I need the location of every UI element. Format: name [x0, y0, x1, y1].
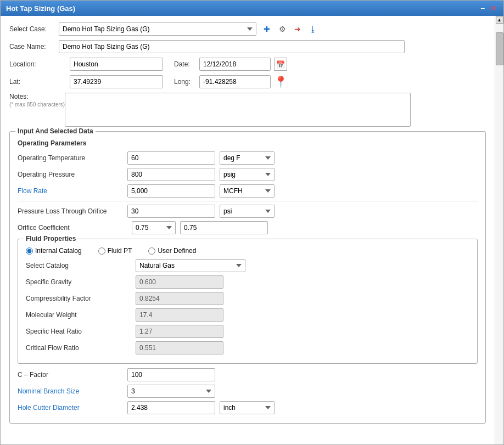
c-factor-row: C – Factor — [18, 368, 478, 381]
select-case-row: Select Case: Demo Hot Tap Sizing Gas (G)… — [9, 22, 486, 36]
notes-label: Notes: — [9, 93, 65, 100]
hole-cutter-input[interactable] — [127, 401, 215, 414]
location-input[interactable] — [70, 58, 163, 71]
fluid-props-section: Fluid Properties Internal Catalog Fluid … — [18, 239, 478, 364]
long-label: Long: — [174, 78, 196, 86]
title-bar: Hot Tap Sizing (Gas) − ✕ — [1, 1, 503, 16]
op-temp-label: Operating Temperature — [18, 154, 127, 162]
flow-rate-label: Flow Rate — [18, 187, 127, 195]
date-row: Date: 📅 — [174, 58, 287, 71]
radio-internal-label: Internal Catalog — [35, 247, 82, 255]
input-data-title: Input And Selected Data — [15, 127, 96, 135]
radio-fluid-pt-label: Fluid PT — [108, 247, 132, 255]
critical-flow-row: Critical Flow Ratio — [26, 341, 469, 354]
op-pressure-row: Operating Pressure psig psia bar — [18, 168, 478, 181]
nominal-branch-label: Nominal Branch Size — [18, 387, 127, 395]
share-icon[interactable]: ➜ — [292, 23, 304, 35]
lat-input[interactable] — [70, 75, 163, 88]
op-temp-input[interactable] — [127, 151, 215, 165]
case-name-label: Case Name: — [9, 43, 59, 50]
radio-user-defined[interactable]: User Defined — [148, 247, 196, 255]
specific-gravity-row: Specific Gravity — [26, 275, 469, 289]
flow-rate-row: Flow Rate MCFH SCFM MMSCFD — [18, 184, 478, 198]
mol-weight-label: Molecular Weight — [26, 311, 136, 319]
scrollbar[interactable]: ▲ — [495, 16, 503, 444]
flow-rate-unit-select[interactable]: MCFH SCFM MMSCFD — [220, 184, 275, 198]
catalog-select[interactable]: Natural Gas Air Nitrogen — [136, 259, 245, 272]
radio-internal-input[interactable] — [26, 247, 33, 255]
lat-label: Lat: — [9, 78, 59, 86]
c-factor-input[interactable] — [127, 368, 215, 381]
orifice-coeff-input[interactable] — [180, 221, 268, 234]
pressure-loss-label: Pressure Loss Through Orifice — [18, 207, 127, 215]
main-window: Hot Tap Sizing (Gas) − ✕ Select Case: De… — [0, 0, 504, 445]
case-select[interactable]: Demo Hot Tap Sizing Gas (G) — [59, 22, 256, 36]
location-date-row: Location: Date: 📅 — [9, 58, 486, 71]
select-catalog-label: Select Catalog — [26, 262, 136, 269]
title-controls: − ✕ — [478, 4, 498, 12]
compressibility-label: Compressibility Factor — [26, 295, 136, 302]
map-pin-icon[interactable]: 📍 — [274, 75, 288, 88]
op-pressure-unit-select[interactable]: psig psia bar — [220, 168, 275, 181]
notes-row: Notes: (* max 850 characters) — [9, 93, 486, 127]
radio-row: Internal Catalog Fluid PT User Defined — [26, 247, 469, 255]
calendar-icon[interactable]: 📅 — [274, 58, 287, 71]
date-input[interactable] — [199, 58, 271, 71]
c-factor-label: C – Factor — [18, 371, 127, 379]
scrollbar-thumb[interactable] — [496, 32, 503, 65]
op-temp-unit-select[interactable]: deg F deg C K — [220, 151, 275, 165]
operating-params-title: Operating Parameters — [18, 139, 478, 147]
orifice-coeff-select[interactable]: 0.75 0.80 0.85 — [132, 221, 176, 234]
minimize-button[interactable]: − — [478, 4, 487, 12]
orifice-coeff-row: Orifice Coefficient 0.75 0.80 0.85 — [18, 221, 478, 234]
specific-heat-label: Specific Heat Ratio — [26, 328, 136, 335]
nominal-branch-row: Nominal Branch Size 3 2 4 6 — [18, 385, 478, 398]
select-catalog-row: Select Catalog Natural Gas Air Nitrogen — [26, 259, 469, 272]
case-name-row: Case Name: — [9, 40, 486, 53]
hole-cutter-unit-select[interactable]: inch mm — [220, 401, 275, 414]
date-label: Date: — [174, 60, 196, 68]
case-name-input[interactable] — [59, 40, 405, 53]
pressure-loss-unit-select[interactable]: psi kPa — [220, 205, 275, 218]
op-pressure-label: Operating Pressure — [18, 171, 127, 178]
compressibility-input — [136, 292, 223, 305]
specific-heat-input — [136, 325, 223, 338]
radio-fluid-pt[interactable]: Fluid PT — [98, 247, 132, 255]
location-label: Location: — [9, 60, 59, 68]
scroll-up-button[interactable]: ▲ — [496, 16, 503, 24]
latlong-row: Lat: Long: 📍 — [9, 75, 486, 88]
input-data-section: Input And Selected Data Operating Parame… — [9, 131, 486, 424]
download-icon[interactable]: ⭳ — [307, 23, 319, 35]
notes-textarea[interactable] — [65, 93, 411, 127]
mol-weight-input — [136, 308, 223, 322]
radio-user-defined-label: User Defined — [158, 247, 196, 255]
radio-internal-catalog[interactable]: Internal Catalog — [26, 247, 82, 255]
specific-gravity-label: Specific Gravity — [26, 278, 136, 286]
select-case-label: Select Case: — [9, 25, 59, 33]
content-area: Select Case: Demo Hot Tap Sizing Gas (G)… — [1, 16, 503, 444]
notes-sublabel: (* max 850 characters) — [9, 102, 65, 108]
op-pressure-input[interactable] — [127, 168, 215, 181]
window-title: Hot Tap Sizing (Gas) — [6, 4, 75, 13]
specific-gravity-input — [136, 275, 223, 289]
long-input[interactable] — [199, 75, 271, 88]
orifice-coeff-label: Orifice Coefficient — [18, 224, 127, 232]
main-content: Select Case: Demo Hot Tap Sizing Gas (G)… — [1, 16, 495, 444]
mol-weight-row: Molecular Weight — [26, 308, 469, 322]
hole-cutter-row: Hole Cutter Diameter inch mm — [18, 401, 478, 414]
radio-fluid-pt-input[interactable] — [98, 247, 105, 255]
radio-user-defined-input[interactable] — [148, 247, 155, 255]
long-row: Long: 📍 — [174, 75, 288, 88]
close-button[interactable]: ✕ — [489, 4, 498, 12]
add-icon[interactable]: ✚ — [261, 23, 273, 35]
critical-flow-input — [136, 341, 223, 354]
op-temp-row: Operating Temperature deg F deg C K — [18, 151, 478, 165]
flow-rate-input[interactable] — [127, 184, 215, 198]
pressure-loss-row: Pressure Loss Through Orifice psi kPa — [18, 205, 478, 218]
compressibility-row: Compressibility Factor — [26, 292, 469, 305]
critical-flow-label: Critical Flow Ratio — [26, 344, 136, 352]
toolbar-icons: ✚ ⚙ ➜ ⭳ — [261, 23, 319, 35]
nominal-branch-select[interactable]: 3 2 4 6 — [127, 385, 215, 398]
pressure-loss-input[interactable] — [127, 205, 215, 218]
gear-icon[interactable]: ⚙ — [276, 23, 288, 35]
